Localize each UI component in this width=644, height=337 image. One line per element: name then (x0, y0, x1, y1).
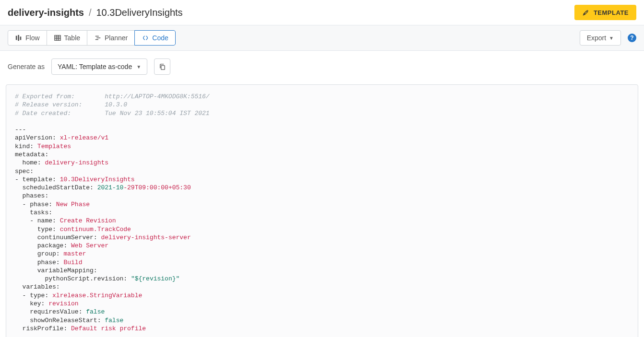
tab-flow-label: Flow (25, 34, 40, 42)
tools-icon (582, 9, 590, 16)
caret-down-icon: ▼ (609, 35, 614, 41)
code-content[interactable]: # Exported from: http://LAPTOP-4MKODG8K:… (15, 93, 629, 333)
caret-down-icon: ▼ (136, 64, 141, 70)
table-icon (54, 34, 61, 42)
breadcrumb: delivery-insights / 10.3DeliveryInsights (8, 7, 183, 18)
svg-rect-3 (54, 35, 60, 41)
code-icon (142, 34, 149, 42)
flow-icon (15, 34, 23, 42)
generate-as-dropdown[interactable]: YAML: Template as-code ▼ (51, 58, 147, 75)
view-tabs: Flow Table Planner Code (8, 30, 176, 46)
help-icon[interactable]: ? (628, 34, 636, 42)
tab-planner-label: Planner (105, 34, 128, 42)
breadcrumb-folder[interactable]: delivery-insights (8, 7, 84, 18)
breadcrumb-name: 10.3DeliveryInsights (96, 7, 183, 18)
code-panel: # Exported from: http://LAPTOP-4MKODG8K:… (6, 84, 638, 337)
generate-as-label: Generate as (8, 63, 45, 70)
svg-rect-2 (20, 36, 22, 40)
svg-rect-11 (161, 65, 165, 69)
tab-planner[interactable]: Planner (87, 30, 134, 46)
planner-icon (94, 34, 102, 42)
template-button[interactable]: TEMPLATE (574, 5, 636, 20)
svg-rect-1 (18, 35, 19, 41)
copy-button[interactable] (154, 58, 170, 75)
copy-icon (158, 63, 166, 70)
template-button-label: TEMPLATE (594, 9, 629, 16)
tab-code-label: Code (152, 34, 168, 42)
tab-flow[interactable]: Flow (8, 30, 47, 46)
tab-table-label: Table (64, 34, 80, 42)
generate-as-value: YAML: Template as-code (58, 63, 132, 70)
export-button-label: Export (587, 34, 606, 42)
tab-table[interactable]: Table (47, 30, 87, 46)
tab-code[interactable]: Code (134, 30, 175, 46)
export-button[interactable]: Export ▼ (580, 30, 621, 46)
svg-rect-0 (16, 36, 17, 40)
breadcrumb-sep: / (89, 7, 92, 18)
